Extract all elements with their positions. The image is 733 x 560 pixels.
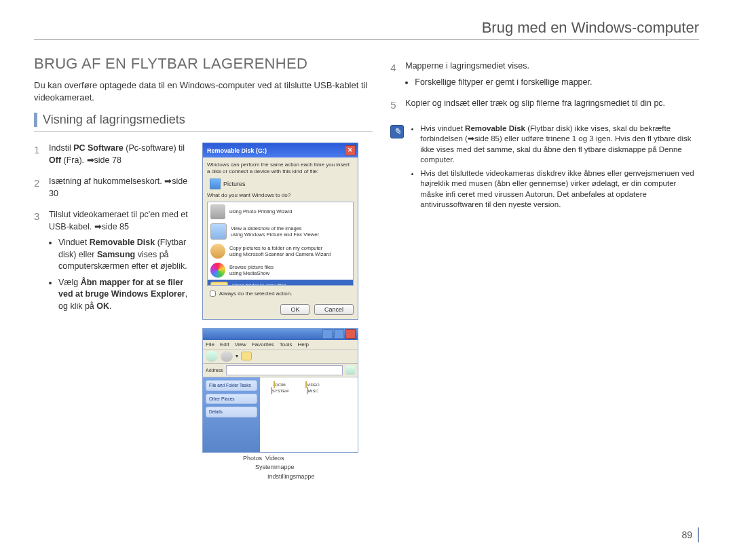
- note-list: Hvis vinduet Removable Disk (Flytbar dis…: [411, 124, 699, 213]
- always-do-checkbox[interactable]: Always do the selected action.: [207, 288, 354, 299]
- ok-button[interactable]: OK: [280, 304, 309, 315]
- folder-icon: [210, 282, 228, 286]
- step-3-bullet-2: Vælg Åbn mapper for at se filer ved at b…: [58, 277, 194, 313]
- image-viewer-icon: [210, 223, 227, 240]
- step-4-bullet-1: Forskellige filtyper er gemt i forskelli…: [415, 77, 699, 89]
- option-open-folder[interactable]: Open folder to view filesusing Windows E…: [208, 280, 353, 286]
- option-print[interactable]: using Photo Printing Wizard: [208, 202, 353, 221]
- pictures-label: Pictures: [223, 181, 246, 187]
- explorer-titlebar: [203, 329, 358, 340]
- note-icon: ✎: [390, 125, 404, 138]
- header-rule: [34, 39, 699, 40]
- intro-text: Du kan overføre optagede data til en Win…: [34, 79, 373, 103]
- explorer-window: FileEditViewFavoritesToolsHelp ▾ Address: [202, 328, 358, 453]
- explorer-file-area[interactable]: DCIM VIDEO SYSTEM MISC: [260, 377, 358, 452]
- go-icon[interactable]: [345, 366, 355, 375]
- dialog-desc: Windows can perform the same action each…: [207, 162, 354, 174]
- option-mediashow[interactable]: Browse picture filesusing MediaShow: [208, 261, 353, 280]
- dialog-title-text: Removable Disk (G:): [207, 147, 267, 154]
- page-number: 89: [681, 527, 699, 542]
- explorer-addressbar[interactable]: Address: [203, 364, 358, 377]
- explorer-sidebar: File and Folder Tasks Other Places Detai…: [203, 377, 260, 452]
- printer-icon: [210, 204, 225, 219]
- up-icon[interactable]: [241, 352, 252, 360]
- window-controls[interactable]: [322, 329, 356, 339]
- pictures-icon: [210, 179, 221, 189]
- steps-list-left: Indstil PC Software (Pc-software) til Of…: [34, 143, 194, 312]
- mediashow-icon: [210, 263, 225, 278]
- page-header-title: Brug med en Windows-computer: [34, 19, 699, 37]
- step-3: Tilslut videokameraet til pc'en med et U…: [34, 209, 194, 312]
- note-2: Hvis det tilsluttede videokameras diskdr…: [420, 168, 699, 210]
- dialog-option-list[interactable]: using Photo Printing Wizard View a slide…: [207, 202, 354, 286]
- scanner-icon: [210, 244, 225, 259]
- folder-callouts: Photos Videos Systemmappe Indstillingsma…: [243, 454, 361, 482]
- back-icon[interactable]: [206, 351, 218, 362]
- option-slideshow[interactable]: View a slideshow of the imagesusing Wind…: [208, 221, 353, 242]
- forward-icon[interactable]: [221, 351, 233, 362]
- cancel-button[interactable]: Cancel: [314, 304, 354, 315]
- folder-system[interactable]: SYSTEM: [267, 388, 293, 394]
- dialog-titlebar: Removable Disk (G:) ✕: [203, 143, 358, 157]
- option-copy[interactable]: Copy pictures to a folder on my computer…: [208, 242, 353, 261]
- step-3-bullet-1: Vinduet Removable Disk (Flytbar disk) el…: [58, 237, 194, 273]
- steps-list-right: Mapperne i lagringsmediet vises. Forskel…: [390, 60, 699, 110]
- close-icon[interactable]: ✕: [345, 145, 356, 155]
- note-1: Hvis vinduet Removable Disk (Flytbar dis…: [420, 124, 699, 166]
- explorer-menubar[interactable]: FileEditViewFavoritesToolsHelp: [203, 340, 358, 350]
- section-title: BRUG AF EN FLYTBAR LAGERENHED: [34, 55, 373, 73]
- sidebar-details[interactable]: Details: [206, 407, 257, 417]
- step-1: Indstil PC Software (Pc-software) til Of…: [34, 143, 194, 166]
- autoplay-dialog: Removable Disk (G:) ✕ Windows can perfor…: [202, 143, 358, 320]
- sidebar-tasks[interactable]: File and Folder Tasks: [206, 380, 257, 391]
- folder-settings[interactable]: MISC: [299, 388, 325, 394]
- dialog-question: What do you want Windows to do?: [207, 192, 354, 199]
- step-5: Kopier og indsæt eller træk og slip file…: [390, 98, 699, 110]
- explorer-toolbar[interactable]: ▾: [203, 350, 358, 364]
- step-4: Mapperne i lagringsmediet vises. Forskel…: [390, 60, 699, 88]
- subsection-heading: Visning af lagringsmediets: [34, 113, 373, 127]
- subsection-rule: [34, 131, 373, 132]
- step-2: Isætning af hukommelseskort. ➡side 30: [34, 176, 194, 200]
- sidebar-other[interactable]: Other Places: [206, 394, 257, 405]
- folder-videos[interactable]: VIDEO: [299, 381, 325, 388]
